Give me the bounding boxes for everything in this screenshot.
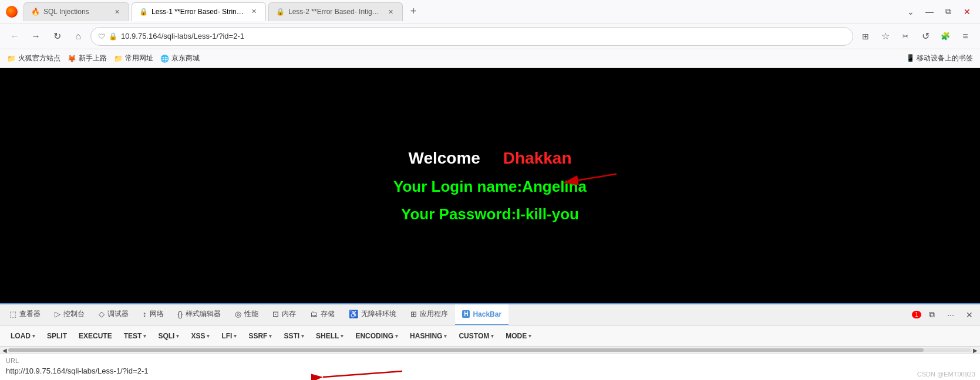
devtools-tab-network[interactable]: ↕ 网络	[136, 304, 171, 325]
console-icon: ▷	[55, 310, 60, 318]
url-display[interactable]: 10.9.75.164/sqli-labs/Less-1/?id=2-1	[121, 32, 846, 40]
hackbar-shell-button[interactable]: SHELL ▾	[310, 328, 349, 344]
devtools-right-controls: 1 ⧉ ··· ✕	[912, 307, 978, 323]
devtools-tab-debugger[interactable]: ◇ 调试器	[92, 304, 136, 325]
network-icon: ↕	[143, 310, 147, 318]
bookmark-newbie-guide[interactable]: 🦊 新手上路	[68, 53, 107, 63]
new-tab-button[interactable]: +	[405, 4, 422, 20]
reader-mode-button[interactable]: ⊞	[857, 28, 874, 45]
devtools-responsive-button[interactable]: ⧉	[924, 307, 940, 323]
hackbar-test-button[interactable]: TEST ▾	[118, 328, 153, 344]
bookmark-label: 常用网址	[125, 53, 153, 63]
ssrf-dropdown-icon: ▾	[269, 333, 272, 339]
tab-sql-injections[interactable]: 🔥 SQL Injections ✕	[23, 2, 129, 21]
devtools-tab-application[interactable]: ⊞ 应用程序	[403, 304, 455, 325]
hackbar-ssti-button[interactable]: SSTI ▾	[278, 328, 310, 344]
hackbar-lfi-button[interactable]: LFI ▾	[215, 328, 243, 344]
minimize-button[interactable]: —	[921, 4, 938, 20]
hackbar-hashing-button[interactable]: HASHING ▾	[404, 328, 453, 344]
page-content: Welcome Dhakkan Your Login name:Angelina…	[393, 144, 587, 228]
hashing-dropdown-icon: ▾	[444, 333, 447, 339]
tab3-close-icon[interactable]: ✕	[386, 7, 395, 16]
devtools-tab-style-editor[interactable]: {} 样式编辑器	[171, 304, 228, 325]
storage-label: 存储	[321, 309, 335, 319]
bookmarks-bar: 📁 火狐官方站点 🦊 新手上路 📁 常用网址 🌐 京东商城 📱 移动设备上的书签	[0, 49, 980, 68]
inspector-icon: ⬚	[9, 310, 16, 318]
scroll-left-arrow[interactable]: ◀	[1, 347, 8, 354]
extensions-button[interactable]: 🧩	[937, 28, 954, 45]
address-bar-actions: ⊞ ☆ ✂ ↺ 🧩 ≡	[857, 28, 974, 45]
devtools-close-button[interactable]: ✕	[961, 307, 978, 323]
tab-less2[interactable]: 🔒 Less-2 **Error Based- Intiger** ✕	[268, 2, 403, 21]
hackbar-custom-button[interactable]: CUSTOM ▾	[453, 328, 500, 344]
hackbar-encoding-button[interactable]: ENCODING ▾	[349, 328, 404, 344]
devtools-more-button[interactable]: ···	[942, 307, 959, 323]
mobile-bookmark-icon: 📱	[906, 54, 915, 62]
xss-dropdown-icon: ▾	[207, 333, 210, 339]
scroll-right-arrow[interactable]: ▶	[972, 347, 979, 354]
devtools-tab-storage[interactable]: 🗂 存储	[303, 304, 342, 325]
sqli-dropdown-icon: ▾	[176, 333, 179, 339]
firefox-logo-icon	[5, 5, 19, 19]
devtools-tab-console[interactable]: ▷ 控制台	[48, 304, 92, 325]
bookmark-jd[interactable]: 🌐 京东商城	[160, 53, 200, 63]
hackbar-mode-button[interactable]: MODE ▾	[500, 328, 537, 344]
console-label: 控制台	[63, 309, 85, 319]
close-button[interactable]: ✕	[959, 4, 975, 20]
screenshot-button[interactable]: ✂	[897, 28, 914, 45]
forward-button[interactable]: →	[27, 28, 45, 45]
maximize-button[interactable]: ⧉	[940, 4, 957, 20]
menu-button[interactable]: ≡	[957, 28, 974, 45]
hackbar-load-button[interactable]: LOAD ▾	[5, 328, 41, 344]
tab-less1[interactable]: 🔒 Less-1 **Error Based- String** ✕	[132, 2, 266, 21]
inspector-label: 查看器	[19, 309, 41, 319]
mobile-bookmarks[interactable]: 📱 移动设备上的书签	[906, 53, 973, 63]
tab2-label: Less-1 **Error Based- String**	[151, 8, 245, 16]
tab2-close-icon[interactable]: ✕	[249, 7, 258, 16]
back-forward-button[interactable]: ↺	[917, 28, 934, 45]
back-button[interactable]: ←	[6, 28, 23, 45]
scroll-track	[8, 348, 972, 352]
bookmark-folder2-icon: 📁	[114, 55, 123, 63]
test-dropdown-icon: ▾	[143, 333, 146, 339]
hackbar-scrollbar: ◀ ▶	[0, 347, 980, 354]
hackbar-xss-button[interactable]: XSS ▾	[185, 328, 215, 344]
home-button[interactable]: ⌂	[69, 28, 87, 45]
bookmark-label: 新手上路	[79, 53, 107, 63]
tab1-close-icon[interactable]: ✕	[112, 7, 122, 16]
storage-icon: 🗂	[310, 310, 318, 318]
browser-window: 🔥 SQL Injections ✕ 🔒 Less-1 **Error Base…	[0, 0, 980, 380]
hackbar-url-input[interactable]: http://10.9.75.164/sqli-labs/Less-1/?id=…	[6, 365, 974, 376]
title-bar: 🔥 SQL Injections ✕ 🔒 Less-1 **Error Base…	[0, 0, 980, 23]
devtools-tab-performance[interactable]: ◎ 性能	[228, 304, 265, 325]
devtools-tab-hackbar[interactable]: H HackBar	[455, 304, 508, 325]
devtools-tab-inspector[interactable]: ⬚ 查看器	[2, 304, 48, 325]
shell-dropdown-icon: ▾	[341, 333, 343, 339]
hackbar-icon: H	[462, 310, 470, 318]
hackbar-ssrf-button[interactable]: SSRF ▾	[243, 328, 278, 344]
bookmark-firefox-official[interactable]: 📁 火狐官方站点	[7, 53, 60, 63]
url-bar[interactable]: 🛡 🔒 10.9.75.164/sqli-labs/Less-1/?id=2-1	[90, 27, 853, 46]
hackbar-sqli-button[interactable]: SQLI ▾	[152, 328, 185, 344]
bookmark-button[interactable]: ☆	[877, 28, 894, 45]
address-bar: ← → ↻ ⌂ 🛡 🔒 10.9.75.164/sqli-labs/Less-1…	[0, 23, 980, 49]
tab3-label: Less-2 **Error Based- Intiger**	[288, 8, 382, 16]
scroll-thumb	[8, 348, 924, 352]
devtools-tab-accessibility[interactable]: ♿ 无障碍环境	[342, 304, 403, 325]
bookmark-firefox-icon: 🦊	[68, 55, 76, 63]
style-icon: {}	[178, 310, 183, 318]
tab-list-dropdown-button[interactable]: ⌄	[902, 4, 919, 20]
reload-button[interactable]: ↻	[48, 28, 66, 45]
bookmark-common-sites[interactable]: 📁 常用网址	[114, 53, 153, 63]
bookmark-globe-icon: 🌐	[160, 55, 169, 63]
hackbar-split-button[interactable]: SPLIT	[41, 328, 73, 344]
hackbar-execute-button[interactable]: EXECUTE	[73, 328, 118, 344]
encoding-dropdown-icon: ▾	[395, 333, 398, 339]
devtools-tabs-bar: ⬚ 查看器 ▷ 控制台 ◇ 调试器 ↕ 网络 {} 样式编辑器 ◎ 性能	[0, 304, 980, 325]
devtools-tab-memory[interactable]: ⊡ 内存	[265, 304, 303, 325]
bookmark-folder-icon: 📁	[7, 55, 16, 63]
welcome-text: Welcome	[408, 149, 480, 167]
bookmark-label: 京东商城	[171, 53, 200, 63]
site-icon: 🔒	[109, 32, 117, 40]
performance-label: 性能	[244, 309, 258, 319]
